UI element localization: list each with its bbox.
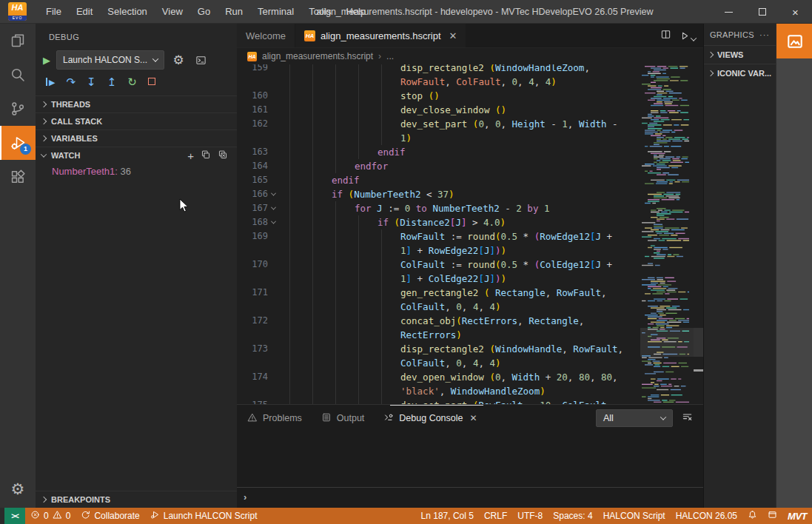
- editor-tab-align-measurements-hscript[interactable]: HAalign_measurements.hscript✕: [295, 24, 466, 47]
- code-line-163[interactable]: 163endif: [237, 145, 640, 159]
- code-line-171[interactable]: 171gen_rectangle2 ( Rectangle, RowFault,: [237, 286, 640, 300]
- activitybar-source-control-icon[interactable]: [0, 92, 36, 126]
- console-filter-dropdown[interactable]: All: [596, 409, 673, 427]
- maximize-button[interactable]: [745, 0, 779, 24]
- language-mode[interactable]: HALCON Script: [598, 508, 671, 524]
- watch-section-header[interactable]: WATCH +: [36, 147, 237, 164]
- continue-icon[interactable]: ▶: [46, 75, 55, 88]
- notifications-bell[interactable]: [742, 508, 762, 524]
- clear-console-icon[interactable]: [682, 412, 693, 425]
- debug-console-input[interactable]: ›: [237, 487, 703, 505]
- launch-script-status[interactable]: Launch HALCON Script: [145, 508, 263, 524]
- code-line-162[interactable]: 162dev_set_part (0, 0, Height - 1, Width…: [237, 117, 640, 131]
- activitybar-extensions-icon[interactable]: [0, 160, 36, 194]
- close-button[interactable]: ×: [779, 0, 812, 24]
- code-line-173-wrap[interactable]: ColFault, 0, 4, 4): [237, 356, 640, 370]
- add-expression-icon[interactable]: +: [187, 150, 194, 162]
- section-threads[interactable]: THREADS: [36, 95, 237, 112]
- code-line-170-wrap[interactable]: 1] + ColEdge22[J])): [237, 272, 640, 286]
- code-line-169[interactable]: 169RowFault := round(0.5 * (RowEdge12[J …: [237, 229, 640, 243]
- breadcrumb[interactable]: HA align_measurements.hscript › ...: [237, 48, 703, 64]
- panel-tab-output[interactable]: Output: [321, 412, 365, 425]
- menu-file[interactable]: File: [38, 2, 69, 21]
- step-over-icon[interactable]: ↷: [66, 76, 76, 88]
- code-line-174-wrap[interactable]: 'black', WindowHandleZoom): [237, 384, 640, 398]
- breakpoints-section-header[interactable]: BREAKPOINTS: [36, 491, 237, 508]
- section-call-stack[interactable]: CALL STACK: [36, 112, 237, 130]
- fold-chevron-icon[interactable]: [268, 215, 278, 229]
- settings-gear-icon[interactable]: ⚙: [0, 472, 36, 506]
- code-line-164[interactable]: 164endfor: [237, 159, 640, 173]
- debug-start-icon[interactable]: ▶: [43, 55, 50, 66]
- restart-icon[interactable]: ↻: [127, 76, 137, 88]
- code-line-167[interactable]: 167for J := 0 to NumberTeeth2 - 2 by 1: [237, 201, 640, 215]
- remove-all-expressions-icon[interactable]: [218, 150, 228, 162]
- code-line-172[interactable]: 172concat_obj(RectErrors, Rectangle,: [237, 314, 640, 328]
- eol-sequence[interactable]: CRLF: [479, 508, 512, 524]
- run-or-debug-icon[interactable]: [679, 30, 696, 41]
- remote-indicator[interactable]: ><: [4, 508, 25, 524]
- code-line-172-wrap[interactable]: RectErrors): [237, 328, 640, 342]
- vertical-scrollbar[interactable]: [694, 64, 703, 404]
- menu-view[interactable]: View: [155, 2, 190, 21]
- problems-status[interactable]: 0 0: [25, 508, 76, 524]
- code-line-160[interactable]: 160stop (): [237, 89, 640, 103]
- panel-tab-problems[interactable]: Problems: [247, 412, 302, 425]
- copy-value-icon[interactable]: [201, 150, 211, 162]
- encoding[interactable]: UTF-8: [512, 508, 548, 524]
- editor-tab-welcome[interactable]: Welcome: [237, 24, 295, 47]
- menu-edit[interactable]: Edit: [69, 2, 100, 21]
- app-logo-icon[interactable]: HA EVO: [8, 2, 27, 21]
- step-into-icon[interactable]: ↧: [87, 76, 96, 88]
- menu-run[interactable]: Run: [218, 2, 250, 21]
- launch-configuration-dropdown[interactable]: Launch HALCON S...: [56, 50, 164, 70]
- menu-go[interactable]: Go: [190, 2, 218, 21]
- scrollbar-slider[interactable]: [694, 328, 703, 357]
- breadcrumb-file[interactable]: align_measurements.hscript: [262, 51, 373, 61]
- layout-toggle[interactable]: [762, 508, 782, 524]
- section-variables[interactable]: VARIABLES: [36, 130, 237, 147]
- watch-expression[interactable]: NumberTeeth1: 36: [36, 164, 237, 179]
- indentation[interactable]: Spaces: 4: [548, 508, 597, 524]
- code-line-159-wrap[interactable]: RowFault, ColFault, 0, 4, 4): [237, 75, 640, 89]
- breadcrumb-more[interactable]: ...: [386, 51, 394, 61]
- stop-icon[interactable]: [148, 76, 155, 87]
- code-line-175[interactable]: 175dev_set_part (RowFault - 10, ColFault…: [237, 398, 640, 404]
- debug-console-icon[interactable]: [192, 52, 209, 68]
- code-editor[interactable]: 159disp_rectangle2 (WindowHandleZoom,Row…: [237, 64, 703, 404]
- code-line-162-wrap[interactable]: 1): [237, 131, 640, 145]
- close-panel-icon[interactable]: ✕: [470, 413, 477, 423]
- fold-chevron-icon[interactable]: [268, 201, 278, 215]
- code-line-169-wrap[interactable]: 1] + RowEdge22[J])): [237, 243, 640, 258]
- activitybar-search-icon[interactable]: [0, 58, 36, 92]
- halcon-version[interactable]: HALCON 26.05: [671, 508, 742, 524]
- code-line-159[interactable]: 159disp_rectangle2 (WindowHandleZoom,: [237, 64, 640, 75]
- code-line-168[interactable]: 168if (Distance2[J] > 4.0): [237, 215, 640, 229]
- menu-terminal[interactable]: Terminal: [250, 2, 301, 21]
- graphics-section-iconic-var-[interactable]: ICONIC VAR...: [704, 64, 776, 82]
- activitybar-run-debug-icon[interactable]: 1: [0, 126, 36, 160]
- code-line-165[interactable]: 165endif: [237, 173, 640, 187]
- step-out-icon[interactable]: ↥: [107, 76, 117, 88]
- panel-tab-debug-console[interactable]: Debug Console✕: [383, 412, 477, 425]
- code-line-166[interactable]: 166if (NumberTeeth2 < 37): [237, 187, 640, 201]
- minimize-button[interactable]: [712, 0, 745, 24]
- collaborate-status[interactable]: Collaborate: [76, 508, 144, 524]
- activitybar-explorer-icon[interactable]: [0, 24, 36, 58]
- code-line-161[interactable]: 161dev_close_window (): [237, 103, 640, 117]
- graphics-view-icon[interactable]: [776, 24, 812, 58]
- code-line-171-wrap[interactable]: ColFault, 0, 4, 4): [237, 300, 640, 314]
- menu-selection[interactable]: Selection: [100, 2, 154, 21]
- code-line-170[interactable]: 170ColFault := round(0.5 * (ColEdge12[J …: [237, 258, 640, 272]
- debug-settings-gear-icon[interactable]: ⚙: [170, 52, 187, 68]
- minimap[interactable]: [640, 64, 694, 404]
- more-actions-icon[interactable]: ···: [759, 30, 770, 39]
- fold-chevron-icon[interactable]: [268, 187, 278, 201]
- cursor-position[interactable]: Ln 187, Col 5: [416, 508, 479, 524]
- code-line-174[interactable]: 174dev_open_window (0, Width + 20, 80, 8…: [237, 370, 640, 384]
- graphics-section-views[interactable]: VIEWS: [704, 45, 776, 64]
- mvtec-logo[interactable]: MVT: [782, 508, 812, 524]
- close-tab-icon[interactable]: ✕: [449, 30, 457, 41]
- code-line-173[interactable]: 173disp_rectangle2 (WindowHandle, RowFau…: [237, 342, 640, 356]
- split-editor-icon[interactable]: [660, 29, 671, 42]
